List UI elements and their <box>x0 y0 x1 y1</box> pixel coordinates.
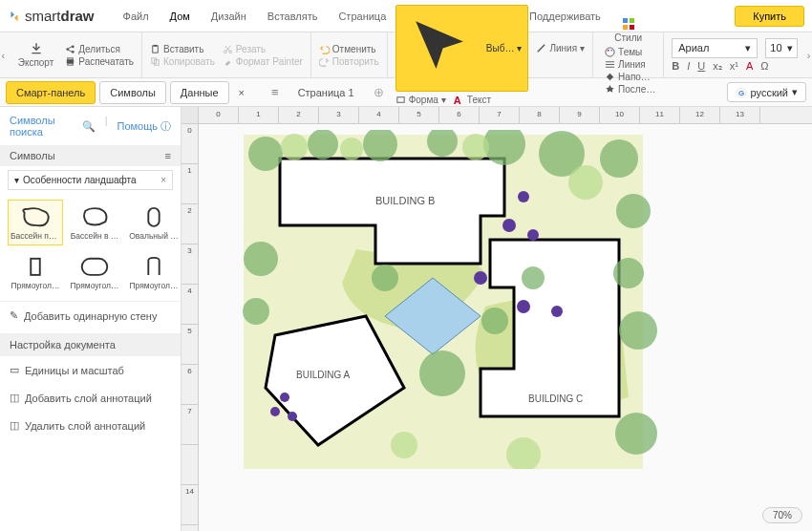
close-panel-button[interactable]: × <box>233 83 250 102</box>
bold-button[interactable]: B <box>672 60 679 73</box>
symbol-oval[interactable]: Овальный … <box>126 200 182 245</box>
symbol-grid: Бассейн пр… Бассейн в … Овальный … Прямо… <box>0 194 181 301</box>
menu-home[interactable]: Дом <box>160 5 200 28</box>
underline-button[interactable]: U <box>697 60 705 73</box>
svg-point-33 <box>600 139 638 178</box>
side-links: Символы поиска 🔍 | Помощь ⓘ <box>0 107 181 145</box>
effects-button[interactable]: После… <box>605 84 655 95</box>
superscript-button[interactable]: x¹ <box>730 60 738 73</box>
italic-button[interactable]: I <box>687 60 690 73</box>
add-page-button[interactable]: ⊕ <box>374 85 384 99</box>
select-tool[interactable]: Выб…▾ <box>395 5 529 92</box>
svg-point-55 <box>474 271 487 285</box>
fill-icon <box>605 72 615 82</box>
line-tool[interactable]: Линия▾ <box>536 43 585 53</box>
svg-point-36 <box>619 311 657 350</box>
paste-button[interactable]: Вставить <box>150 44 215 54</box>
star-icon <box>605 84 615 95</box>
chevron-down-icon: ▾ <box>517 43 522 53</box>
fill-button[interactable]: Напо… <box>605 72 655 82</box>
svg-rect-4 <box>68 57 74 59</box>
share-button[interactable]: Делиться <box>65 44 134 54</box>
redo-button[interactable]: Повторить <box>319 56 379 67</box>
text-tool[interactable]: AТекст <box>454 95 491 105</box>
svg-point-45 <box>340 138 363 160</box>
chevron-down-icon: ▾ <box>580 43 585 53</box>
search-icon: 🔍 <box>82 120 96 133</box>
print-button[interactable]: Распечатать <box>65 56 134 67</box>
themes-button[interactable]: Темы <box>605 47 655 57</box>
menu-file[interactable]: Файл <box>114 5 159 28</box>
chevron-down-icon: ▾ <box>792 86 798 98</box>
ribbon: ‹ Экспорт Делиться Распечатать Вставить … <box>0 32 812 78</box>
symbol-rect-1[interactable]: Прямоугол… <box>8 249 63 295</box>
sidebar: Символы поиска 🔍 | Помощь ⓘ Символы ≡ ▾ … <box>0 107 182 531</box>
add-annotation-layer-button[interactable]: ◫Добавить слой аннотаций <box>0 384 181 412</box>
subscript-button[interactable]: x₂ <box>713 60 722 73</box>
font-select[interactable]: Ариал▾ <box>672 38 758 58</box>
ribbon-group-font: Ариал▾ 10▾ B I U x₂ x¹ A Ω <box>664 32 805 77</box>
help-icon: ⓘ <box>160 119 171 134</box>
menu-page[interactable]: Страница <box>329 5 395 28</box>
close-icon[interactable]: × <box>160 175 166 185</box>
svg-point-46 <box>462 134 489 160</box>
print-icon <box>65 56 75 67</box>
line-style-icon <box>605 59 615 70</box>
line-style-button[interactable]: Линия <box>605 59 655 70</box>
horizontal-ruler: 012345678910111213 <box>199 107 812 124</box>
canvas-area: 012345678910111213 0123456714 <box>182 107 812 531</box>
svg-point-57 <box>270 407 280 416</box>
buy-button[interactable]: Купить <box>735 6 804 27</box>
redo-icon <box>319 56 330 67</box>
share-icon <box>65 44 75 54</box>
styles-button[interactable]: Стили <box>601 15 655 45</box>
symbol-rect-3[interactable]: Прямоугол… <box>126 249 182 295</box>
svg-rect-6 <box>153 45 159 52</box>
svg-point-50 <box>518 191 529 202</box>
format-painter-button[interactable]: Формат Painter <box>223 56 303 67</box>
font-color-button[interactable]: A <box>746 60 753 73</box>
svg-point-17 <box>606 48 614 56</box>
ribbon-next[interactable]: › <box>805 32 812 77</box>
add-wall-button[interactable]: ✎Добавить одинарную стену <box>0 302 181 329</box>
svg-rect-24 <box>82 258 108 274</box>
undo-button[interactable]: Отменить <box>319 44 379 54</box>
shape-tool[interactable]: Форма▾ <box>395 95 446 105</box>
ribbon-group-undo: Отменить Повторить <box>311 32 388 77</box>
units-scale-button[interactable]: ▭Единицы и масштаб <box>0 356 181 384</box>
delete-annotation-layer-button[interactable]: ◫Удалить слой аннотаций <box>0 412 181 439</box>
symbol-button[interactable]: Ω <box>760 60 768 73</box>
tab-smart-panel[interactable]: Смарт-панель <box>6 81 96 104</box>
svg-point-39 <box>243 298 269 325</box>
doc-list-icon[interactable]: ≡ <box>271 85 279 99</box>
menu-design[interactable]: Дизайн <box>202 5 256 28</box>
help-link[interactable]: Помощь ⓘ <box>118 115 172 138</box>
search-symbols-link[interactable]: Символы поиска 🔍 <box>10 115 96 138</box>
tab-symbols[interactable]: Символы <box>99 81 166 104</box>
symbol-category[interactable]: ▾ Особенности ландшафта × <box>8 170 173 190</box>
cut-button[interactable]: Резать <box>223 44 303 54</box>
svg-point-40 <box>372 265 398 291</box>
language-button[interactable]: G русский ▾ <box>727 82 806 102</box>
svg-rect-13 <box>623 18 628 23</box>
building-c-label: BUILDING C <box>528 393 583 404</box>
menu-icon[interactable]: ≡ <box>165 150 171 161</box>
ribbon-group-tools: Выб…▾ Линия▾ Форма▾ AТекст <box>388 32 593 77</box>
drawing-canvas[interactable]: BUILDING B BUILDING C BUILDING A <box>199 124 812 531</box>
chevron-down-icon: ▾ <box>745 42 751 54</box>
landscape-drawing: BUILDING B BUILDING C BUILDING A <box>237 130 676 469</box>
symbol-rect-2[interactable]: Прямоугол… <box>67 249 122 295</box>
svg-rect-3 <box>67 59 74 63</box>
font-size-select[interactable]: 10▾ <box>765 38 798 58</box>
tab-data[interactable]: Данные <box>170 81 229 104</box>
ribbon-prev[interactable]: ‹ <box>0 32 7 77</box>
export-button[interactable]: Экспорт <box>14 40 58 70</box>
page-tab-1[interactable]: Страница 1 <box>287 83 366 102</box>
symbol-pool-1[interactable]: Бассейн пр… <box>8 200 63 245</box>
zoom-indicator[interactable]: 70% <box>762 507 802 523</box>
copy-button[interactable]: Копировать <box>150 56 215 67</box>
svg-point-52 <box>527 229 539 241</box>
ruler-corner <box>182 107 199 124</box>
symbol-pool-2[interactable]: Бассейн в … <box>67 200 122 245</box>
menu-insert[interactable]: Вставлять <box>258 5 328 28</box>
